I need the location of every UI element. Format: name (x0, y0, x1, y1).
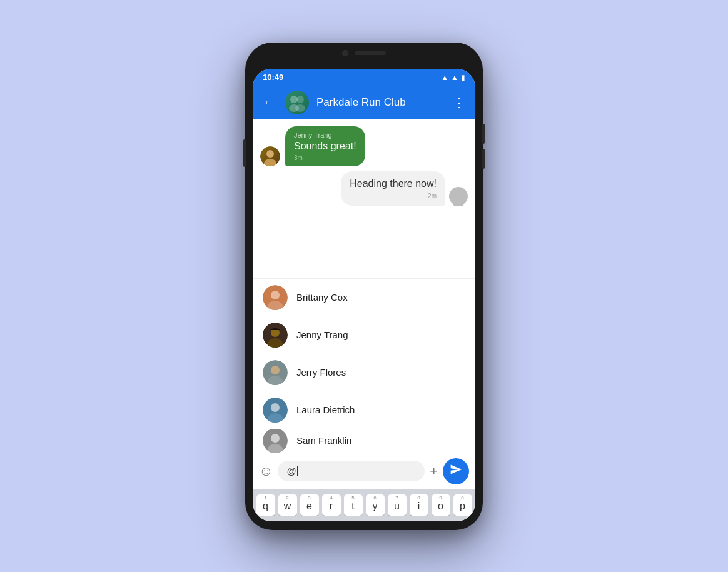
message-text: Sounds great! (294, 140, 356, 153)
keyboard: 1 q 2 w 3 e 4 r 5 t (253, 489, 475, 521)
message-time: 3m (294, 154, 356, 161)
phone-screen: 10:49 ▲ ▲ ▮ ← Par (253, 69, 475, 521)
status-time: 10:49 (263, 73, 283, 82)
svg-point-5 (264, 159, 276, 166)
add-button[interactable]: + (430, 463, 438, 479)
key-p[interactable]: 0 p (453, 494, 472, 516)
svg-point-6 (455, 190, 462, 198)
signal-icon: ▲ (451, 73, 458, 82)
phone-device: 10:49 ▲ ▲ ▮ ← Par (245, 43, 483, 530)
outgoing-message-time: 2m (350, 193, 437, 199)
input-at-symbol: @ (286, 466, 296, 476)
jerry-flores-name: Jerry Flores (296, 367, 346, 378)
key-w[interactable]: 2 w (278, 494, 297, 516)
jenny-trang-name: Jenny Trang (296, 329, 348, 340)
mention-item-sam[interactable]: Sam Franklin (253, 429, 475, 453)
camera (342, 50, 348, 56)
sam-franklin-name: Sam Franklin (296, 435, 351, 446)
status-icons: ▲ ▲ ▮ (441, 73, 465, 82)
sam-franklin-avatar (263, 429, 288, 453)
key-i[interactable]: 8 i (410, 494, 428, 516)
battery-icon: ▮ (461, 73, 465, 82)
key-u[interactable]: 7 u (388, 494, 407, 516)
svg-point-18 (271, 403, 280, 412)
jenny-trang-mention-avatar (263, 323, 288, 348)
laura-dietrich-name: Laura Dietrich (296, 404, 355, 415)
send-button[interactable] (443, 458, 469, 484)
key-e[interactable]: 3 e (300, 494, 319, 516)
volume-up-button[interactable] (482, 124, 485, 144)
volume-down-button[interactable] (482, 149, 485, 169)
mention-item-laura[interactable]: Laura Dietrich (253, 391, 475, 429)
mention-item-brittany[interactable]: Brittany Cox (253, 279, 475, 316)
brittany-cox-name: Brittany Cox (296, 292, 348, 303)
group-avatar-image (285, 91, 309, 114)
svg-point-1 (296, 96, 304, 103)
outgoing-message-text: Heading there now! (350, 178, 437, 191)
svg-point-7 (453, 199, 464, 206)
back-button[interactable]: ← (260, 93, 278, 112)
jerry-flores-avatar (263, 360, 288, 385)
app-bar: ← Parkdale Run Club ⋮ (253, 86, 475, 119)
outgoing-message-row: Heading there now! 2m (253, 169, 475, 208)
key-t[interactable]: 5 t (344, 494, 363, 516)
svg-point-3 (295, 104, 305, 112)
key-q[interactable]: 1 q (256, 494, 275, 516)
mention-item-jenny[interactable]: Jenny Trang (253, 316, 475, 354)
send-icon (450, 463, 462, 479)
key-o[interactable]: 9 o (432, 494, 450, 516)
speaker (355, 51, 386, 55)
text-cursor (297, 466, 298, 476)
svg-point-4 (266, 150, 274, 158)
outgoing-message-bubble: Heading there now! 2m (341, 171, 445, 206)
svg-point-9 (271, 291, 280, 299)
jenny-trang-avatar (260, 146, 280, 166)
key-r[interactable]: 4 r (322, 494, 341, 516)
status-bar: 10:49 ▲ ▲ ▮ (253, 69, 475, 86)
svg-point-21 (271, 434, 280, 443)
keyboard-row-1: 1 q 2 w 3 e 4 r 5 t (255, 494, 473, 516)
power-button[interactable] (243, 139, 246, 167)
phone-top-bar (342, 50, 386, 56)
group-avatar (285, 91, 309, 114)
sender-name: Jenny Trang (294, 131, 356, 139)
brittany-cox-avatar (263, 285, 288, 310)
messages-area: Jenny Trang Sounds great! 3m Heading the… (253, 119, 475, 453)
incoming-message-row: Jenny Trang Sounds great! 3m (253, 124, 475, 169)
more-button[interactable]: ⋮ (450, 93, 468, 113)
laura-dietrich-avatar (263, 398, 288, 423)
key-y[interactable]: 6 y (366, 494, 385, 516)
input-bar: ☺ @ + (253, 453, 475, 489)
outgoing-avatar (449, 187, 468, 206)
emoji-button[interactable]: ☺ (259, 463, 273, 479)
svg-point-15 (271, 366, 280, 374)
wifi-icon: ▲ (441, 73, 448, 82)
incoming-message-bubble: Jenny Trang Sounds great! 3m (285, 126, 365, 167)
mention-list: Brittany Cox Jenny Trang (253, 278, 475, 453)
group-name: Parkdale Run Club (316, 96, 443, 109)
text-input-wrapper[interactable]: @ (278, 461, 425, 481)
mention-item-jerry[interactable]: Jerry Flores (253, 354, 475, 391)
